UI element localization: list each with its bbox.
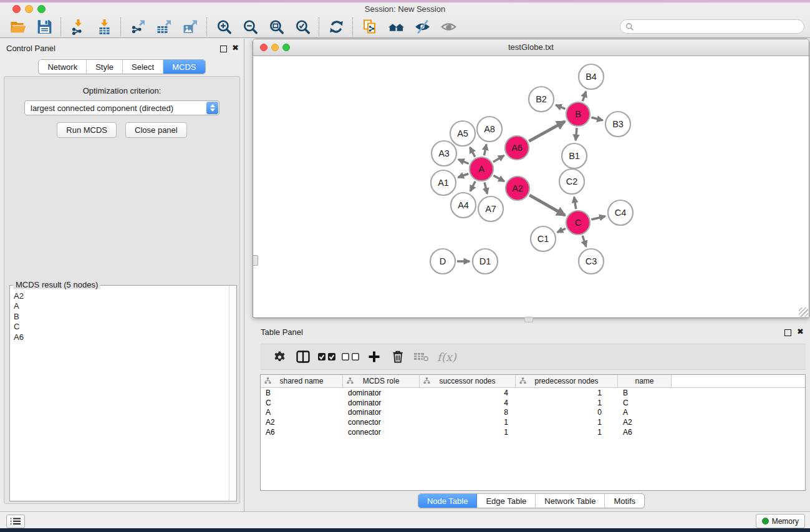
zoom-fit-button[interactable] — [263, 17, 289, 37]
app-titlebar[interactable]: Session: New Session — [0, 2, 810, 16]
cell-name[interactable]: B — [618, 389, 672, 397]
cell-mcds-role[interactable]: dominator — [343, 399, 420, 407]
cell-mcds-role[interactable]: dominator — [343, 408, 420, 417]
task-history-button[interactable] — [6, 515, 25, 528]
import-table-button[interactable] — [91, 17, 117, 37]
search-input[interactable] — [637, 22, 799, 32]
cell-mcds-role[interactable]: dominator — [343, 389, 420, 397]
hide-graphics-button[interactable] — [409, 17, 435, 37]
cell-name[interactable]: A — [618, 408, 672, 417]
graph-node-A5[interactable]: A5 — [450, 121, 475, 146]
cell-successor-nodes[interactable]: 4 — [420, 389, 516, 397]
graph-node-C4[interactable]: C4 — [608, 200, 633, 225]
cell-shared-name[interactable]: A2 — [261, 418, 343, 427]
cell-name[interactable]: A6 — [618, 428, 672, 437]
graph-node-C[interactable]: C — [566, 211, 590, 235]
graph-node-A7[interactable]: A7 — [478, 196, 503, 221]
cell-predecessor-nodes[interactable]: 1 — [516, 389, 618, 397]
graph-edge-A-A8[interactable] — [484, 145, 486, 156]
graph-node-B2[interactable]: B2 — [529, 87, 554, 112]
cell-shared-name[interactable]: A6 — [261, 428, 343, 437]
table-settings-button[interactable] — [268, 346, 291, 367]
save-session-button[interactable] — [31, 17, 57, 37]
panel-divider-grip[interactable] — [524, 317, 533, 322]
open-session-button[interactable] — [5, 17, 31, 37]
graph-node-A4[interactable]: A4 — [451, 193, 476, 218]
graph-edge-B-B4[interactable] — [582, 92, 586, 102]
cell-successor-nodes[interactable]: 4 — [420, 399, 516, 407]
cell-mcds-role[interactable]: connector — [343, 418, 420, 427]
mcds-result-item[interactable]: B — [14, 312, 229, 322]
delete-column-button[interactable] — [386, 346, 410, 367]
cell-name[interactable]: C — [618, 399, 672, 407]
table-row[interactable]: A6connector11A6 — [261, 427, 805, 437]
cell-successor-nodes[interactable]: 8 — [420, 408, 516, 417]
graph-edge-C-C4[interactable] — [591, 216, 605, 220]
cell-predecessor-nodes[interactable]: 0 — [516, 408, 618, 417]
table-row[interactable]: Cdominator41C — [261, 398, 805, 408]
network-window-titlebar[interactable]: testGlobe.txt — [253, 39, 809, 56]
select-all-columns-button[interactable] — [315, 346, 339, 367]
function-builder-button[interactable]: f(x) — [437, 351, 456, 364]
column-view-button[interactable] — [291, 346, 315, 367]
graph-node-B4[interactable]: B4 — [579, 64, 604, 89]
graph-node-A3[interactable]: A3 — [432, 141, 456, 166]
close-panel-button[interactable]: Close panel — [125, 122, 187, 138]
graph-node-D1[interactable]: D1 — [473, 249, 498, 274]
graph-edge-A-A6[interactable] — [493, 155, 504, 162]
graph-node-A2[interactable]: A2 — [506, 177, 529, 200]
mcds-result-item[interactable]: A6 — [14, 332, 229, 342]
graph-edge-C-C1[interactable] — [557, 228, 566, 232]
network-graph[interactable]: B4B2BB3B1A5A8A6A3AA1A2C2A4A7C4CC1C3DD1 — [253, 56, 809, 317]
show-graphics-button[interactable] — [435, 17, 461, 37]
table-tab-motifs[interactable]: Motifs — [605, 494, 644, 508]
graph-edge-A-A4[interactable] — [470, 181, 475, 191]
graph-node-A1[interactable]: A1 — [431, 170, 456, 195]
window-resize-grip[interactable] — [799, 307, 808, 317]
canvas-side-grip[interactable] — [253, 255, 258, 266]
graph-node-A8[interactable]: A8 — [477, 117, 502, 142]
table-tab-network-table[interactable]: Network Table — [536, 494, 605, 508]
graph-node-C3[interactable]: C3 — [579, 249, 604, 274]
create-column-button[interactable] — [362, 346, 386, 367]
graph-edge-A-A2[interactable] — [493, 175, 504, 181]
graph-edge-A-A5[interactable] — [470, 147, 475, 157]
column-header-successor-nodes[interactable]: successor nodes — [420, 375, 516, 387]
deselect-all-columns-button[interactable] — [339, 346, 362, 367]
result-scrollbar[interactable] — [229, 286, 236, 501]
search-field[interactable] — [620, 19, 804, 34]
close-panel-icon[interactable]: ✖ — [232, 43, 239, 53]
mcds-result-item[interactable]: A — [14, 301, 229, 311]
graph-edge-A-A7[interactable] — [485, 182, 487, 193]
mcds-result-item[interactable]: C — [14, 322, 229, 332]
graph-edge-C-C3[interactable] — [582, 236, 586, 247]
cell-name[interactable]: A2 — [618, 418, 672, 427]
cell-predecessor-nodes[interactable]: 1 — [516, 399, 618, 407]
export-network-button[interactable] — [125, 17, 151, 37]
graph-node-B1[interactable]: B1 — [562, 143, 587, 168]
apply-layout-button[interactable] — [323, 17, 349, 37]
float-panel-icon[interactable] — [220, 46, 227, 52]
tab-mcds[interactable]: MCDS — [163, 60, 205, 74]
zoom-out-button[interactable] — [237, 17, 263, 37]
graph-edge-A2-C[interactable] — [529, 195, 565, 215]
graph-edge-B-B2[interactable] — [556, 105, 565, 109]
cell-successor-nodes[interactable]: 1 — [420, 428, 516, 437]
column-header-shared-name[interactable]: shared name — [261, 375, 343, 387]
table-tab-edge-table[interactable]: Edge Table — [477, 494, 536, 508]
graph-node-A[interactable]: A — [470, 157, 493, 181]
cell-predecessor-nodes[interactable]: 1 — [516, 428, 618, 437]
table-row[interactable]: Bdominator41B — [261, 388, 805, 398]
graph-node-A6[interactable]: A6 — [505, 136, 529, 160]
network-canvas[interactable]: B4B2BB3B1A5A8A6A3AA1A2C2A4A7C4CC1C3DD1 — [253, 56, 809, 317]
column-header-name[interactable]: name — [618, 375, 672, 387]
graph-node-B3[interactable]: B3 — [605, 112, 630, 137]
home-views-button[interactable] — [383, 17, 409, 37]
graph-edge-B-B3[interactable] — [591, 117, 602, 120]
export-image-button[interactable] — [177, 17, 203, 37]
tab-select[interactable]: Select — [123, 60, 163, 74]
table-float-icon[interactable] — [784, 329, 791, 336]
criterion-dropdown[interactable]: largest connected component (directed) — [24, 100, 219, 115]
tab-style[interactable]: Style — [87, 60, 123, 74]
zoom-in-button[interactable] — [211, 17, 237, 37]
